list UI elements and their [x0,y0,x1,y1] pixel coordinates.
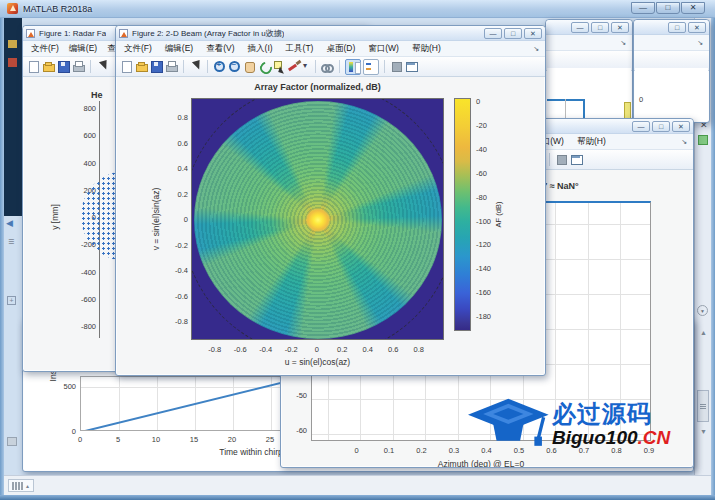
menu-item[interactable]: 窗口(W) [368,43,399,55]
menu-item[interactable]: 帮助(H) [412,43,441,55]
gridline [588,203,589,441]
minimize-icon[interactable]: — [484,28,502,39]
figure2-menubar[interactable]: 文件(F)编辑(E)查看(V)插入(I)工具(T)桌面(D)窗口(W)帮助(H)… [116,41,545,57]
square-icon[interactable] [390,60,403,73]
background-figure-window-a[interactable]: — □ ✕ ↘ [545,19,633,123]
collapse-left-icon[interactable]: ◀ [6,218,13,228]
window-icon[interactable] [405,60,418,73]
circled-arrow-icon[interactable]: ▼ [697,305,708,316]
zoom-in-icon[interactable] [213,60,226,73]
datacursor-icon[interactable] [273,60,286,73]
minimize-icon[interactable]: — [631,2,655,14]
tick-label: 25 [258,435,282,444]
caret-icon[interactable] [303,60,310,73]
menu-item[interactable]: 工具(T) [286,43,314,55]
tick-label: 0.2 [409,446,435,455]
toolbar-separator [183,60,184,73]
maximize-icon[interactable]: □ [504,28,522,39]
dock-icon[interactable] [8,40,17,48]
tick-label: -60 [476,169,500,178]
window-icon[interactable] [570,153,583,166]
matlab-logo-icon [7,3,18,14]
dock-arrow-icon[interactable]: ↘ [533,45,539,53]
colorbar-label: AF (dB) [494,185,503,245]
brush-icon[interactable] [288,60,301,73]
cursor-icon[interactable] [96,60,109,73]
new-icon[interactable] [120,60,133,73]
zoom-out-icon[interactable] [228,60,241,73]
save-icon[interactable] [150,60,163,73]
colorbar-icon[interactable] [345,59,361,75]
gridline [233,377,234,431]
figure2-heatmap-axes[interactable] [191,98,444,340]
close-icon[interactable]: ✕ [524,28,542,39]
menu-item[interactable]: 编辑(E) [165,43,193,55]
close-icon[interactable]: ✕ [672,121,690,132]
window-a-menubar[interactable]: ↘ [546,35,632,51]
maximize-icon[interactable]: □ [652,121,670,132]
maximize-icon[interactable]: □ [656,2,680,14]
scrollbar-up-icon[interactable]: ▲ [700,329,707,336]
matlab-titlebar[interactable]: MATLAB R2018a [0,0,715,18]
print-icon[interactable] [165,60,178,73]
window-b-titlebar[interactable]: □ ✕ [634,20,709,35]
menu-item[interactable]: 编辑(E) [69,43,97,55]
new-icon[interactable] [27,60,40,73]
window-a-titlebar[interactable]: — □ ✕ [546,20,632,35]
hand-icon[interactable] [243,60,256,73]
tick-label: 0 [68,435,92,444]
dock-arrow-icon[interactable]: ↘ [697,39,703,47]
menu-item[interactable]: 插入(I) [248,43,273,55]
menu-item[interactable]: 桌面(D) [326,43,355,55]
maximize-icon[interactable]: □ [591,22,609,33]
close-icon[interactable]: ✕ [611,22,629,33]
tick-label: -0.6 [226,345,254,354]
toolbar-separator [339,60,340,73]
maximize-icon[interactable]: □ [668,22,686,33]
tick-label: 800 [68,104,96,113]
minimize-icon[interactable]: — [632,121,650,132]
figure2-plot-title: Array Factor (normalized, dB) [191,82,444,92]
figure2-toolbar[interactable] [116,57,545,77]
figure2-titlebar[interactable]: Figure 2: 2-D Beam (Array Factor in u敓擄)… [116,26,545,41]
menu-lines-icon[interactable]: ☰ [8,238,14,246]
bottom-left-icon[interactable] [7,437,17,446]
legend-icon[interactable] [363,59,379,75]
tick-label: 0.3 [441,446,467,455]
open-icon[interactable] [135,60,148,73]
window-a-canvas [547,68,631,121]
plot-line-fragment [547,99,585,101]
menu-item[interactable]: 文件(F) [31,43,59,55]
close-icon[interactable]: ✕ [688,22,706,33]
minimize-icon[interactable]: — [571,22,589,33]
menu-item[interactable]: 查看(V) [206,43,234,55]
background-figure-window-b[interactable]: □ ✕ ↘ 0 [633,19,710,123]
expand-plus-icon[interactable]: + [7,296,16,305]
colorbar[interactable] [454,98,471,331]
menu-item[interactable]: 帮助(H) [577,136,606,148]
close-icon[interactable]: ✕ [681,2,705,14]
toolbar-separator [549,153,550,166]
toolbar-separator [315,60,316,73]
open-icon[interactable] [42,60,55,73]
print-icon[interactable] [72,60,85,73]
square-icon[interactable] [555,153,568,166]
gridline [157,377,158,431]
scrollbar-thumb[interactable] [697,390,709,422]
dock-arrow-icon[interactable]: ↘ [681,138,687,146]
figure1-ylabel: y [mm] [50,167,60,267]
save-icon[interactable] [57,60,70,73]
dock-icon[interactable] [8,58,17,67]
figure2-window[interactable]: Figure 2: 2-D Beam (Array Factor in u敓擄)… [115,25,546,376]
rotate-icon[interactable] [258,60,271,73]
link-icon[interactable] [321,60,334,73]
azimuth-plot-title: ′ ≈ NaN° [545,181,625,191]
status-up-arrow-icon[interactable]: ▴ [26,482,29,489]
cursor-icon[interactable] [189,60,202,73]
window-border-right [711,18,715,495]
scrollbar-down-icon[interactable]: ▼ [700,428,707,435]
window-b-menubar[interactable]: ↘ [634,35,709,51]
status-scroll-widget[interactable]: ▴ [8,479,34,492]
menu-item[interactable]: 文件(F) [124,43,152,55]
dock-arrow-icon[interactable]: ↘ [620,39,626,47]
